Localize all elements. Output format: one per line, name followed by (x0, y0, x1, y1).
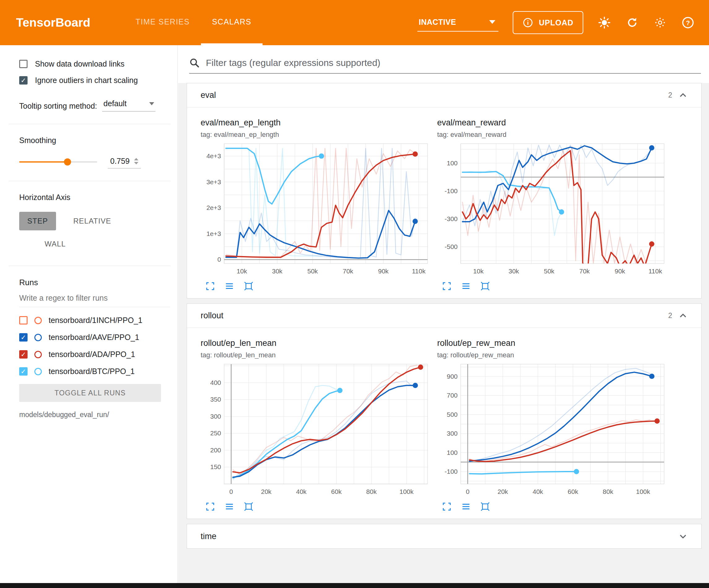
fit-data-icon[interactable] (243, 281, 254, 291)
chart-card-eval-mean-reward: eval/mean_reward tag: eval/mean_reward 1… (437, 118, 669, 291)
svg-text:80k: 80k (366, 488, 377, 495)
help-icon[interactable]: ? (681, 16, 695, 29)
fit-data-icon[interactable] (480, 281, 491, 291)
ignore-outliers-row[interactable]: ✓ Ignore outliers in chart scaling (19, 76, 170, 85)
filter-tags-placeholder: Filter tags (regular expressions support… (206, 58, 380, 68)
svg-text:350: 350 (210, 396, 221, 403)
fullscreen-icon[interactable] (442, 501, 452, 512)
svg-text:10k: 10k (237, 267, 247, 275)
chart-title: eval/mean_reward (437, 118, 669, 128)
svg-text:-100: -100 (445, 468, 457, 475)
upload-button[interactable]: UPLOAD (513, 11, 583, 34)
smoothing-slider[interactable] (19, 161, 97, 162)
divider (9, 124, 170, 124)
chart-title: eval/mean_ep_length (201, 118, 432, 128)
slider-thumb[interactable] (64, 158, 71, 165)
brightness-icon[interactable] (598, 16, 611, 29)
run-label: tensorboard/1INCH/PPO_1 (49, 316, 142, 325)
filter-tags-input[interactable]: Filter tags (regular expressions support… (189, 58, 701, 74)
tooltip-sorting-select[interactable]: default (102, 97, 155, 111)
app-header: TensorBoard TIME SERIES SCALARS INACTIVE… (0, 0, 709, 45)
show-download-links-row[interactable]: Show data download links (19, 59, 170, 69)
svg-text:50k: 50k (544, 267, 554, 275)
toggle-all-runs-button[interactable]: TOGGLE ALL RUNS (19, 384, 161, 402)
tab-scalars[interactable]: SCALARS (201, 0, 263, 45)
fullscreen-icon[interactable] (205, 501, 215, 512)
axis-button-wall[interactable]: WALL (36, 235, 74, 253)
refresh-icon[interactable] (625, 16, 639, 29)
svg-text:2e+3: 2e+3 (207, 204, 221, 211)
svg-text:200: 200 (210, 446, 221, 454)
show-download-links-checkbox[interactable] (19, 60, 28, 68)
ignore-outliers-checkbox[interactable]: ✓ (19, 76, 28, 84)
settings-gear-icon[interactable] (653, 16, 667, 29)
tab-time-series[interactable]: TIME SERIES (125, 0, 201, 45)
data-table-icon[interactable] (461, 501, 471, 512)
run-checkbox[interactable]: ✓ (19, 367, 28, 376)
tooltip-sorting-value: default (103, 99, 127, 108)
fit-data-icon[interactable] (243, 501, 254, 512)
svg-text:90k: 90k (378, 267, 389, 275)
run-checkbox[interactable]: ✓ (19, 350, 28, 359)
upload-label: UPLOAD (539, 18, 573, 27)
svg-text:700: 700 (447, 392, 457, 399)
section-name: eval (201, 91, 216, 100)
fullscreen-icon[interactable] (205, 281, 215, 291)
run-color-circle (34, 351, 42, 358)
fullscreen-icon[interactable] (442, 281, 452, 291)
svg-text:1e+3: 1e+3 (207, 230, 221, 237)
run-row-1inch[interactable]: tensorboard/1INCH/PPO_1 (19, 316, 170, 325)
run-checkbox[interactable]: ✓ (19, 333, 28, 341)
svg-text:50k: 50k (308, 267, 318, 275)
chevron-down-icon[interactable] (678, 532, 688, 541)
smoothing-label: Smoothing (19, 136, 170, 145)
svg-text:100: 100 (447, 449, 457, 456)
run-row-btc[interactable]: ✓ tensorboard/BTC/PPO_1 (19, 367, 170, 376)
chart-title: rollout/ep_rew_mean (437, 338, 669, 348)
line-chart[interactable]: 020k40k60k80k100k150200250300350400 (201, 360, 432, 500)
chevron-down-icon (149, 102, 154, 105)
section-header-time[interactable]: time (187, 524, 701, 548)
horizontal-axis-label: Horizontal Axis (19, 193, 170, 202)
data-table-icon[interactable] (224, 501, 235, 512)
runs-filter-input[interactable]: Write a regex to filter runs (19, 287, 170, 307)
run-checkbox[interactable] (19, 316, 28, 325)
fit-data-icon[interactable] (480, 501, 491, 512)
svg-text:20k: 20k (498, 488, 508, 495)
svg-text:40k: 40k (296, 488, 307, 495)
svg-text:0: 0 (217, 256, 221, 263)
chart-tag: tag: eval/mean_ep_length (201, 131, 432, 139)
chevron-up-icon[interactable] (678, 91, 688, 100)
smoothing-value-input[interactable]: 0.759 (108, 155, 141, 169)
svg-text:-100: -100 (445, 187, 457, 195)
divider (9, 266, 170, 266)
chevron-up-icon[interactable] (678, 311, 688, 321)
svg-text:400: 400 (210, 379, 221, 386)
run-row-aave[interactable]: ✓ tensorboard/AAVE/PPO_1 (19, 333, 170, 342)
section-name: time (201, 532, 216, 541)
svg-text:500: 500 (447, 411, 457, 418)
section-card-rollout: rollout 2 rollout/ep_len_mean tag: rollo… (187, 303, 702, 519)
smoothing-value: 0.759 (110, 157, 130, 165)
section-card-eval: eval 2 eval/mean_ep_length tag: eval/mea… (187, 83, 702, 299)
axis-button-relative[interactable]: RELATIVE (65, 212, 119, 230)
chart-card-eval-mean-ep-length: eval/mean_ep_length tag: eval/mean_ep_le… (201, 118, 432, 291)
svg-text:150: 150 (210, 463, 221, 470)
section-header-eval[interactable]: eval 2 (187, 83, 701, 107)
axis-button-step[interactable]: STEP (19, 212, 56, 230)
data-table-icon[interactable] (224, 281, 235, 291)
stepper-icon[interactable] (134, 158, 138, 164)
data-table-icon[interactable] (461, 281, 471, 291)
status-dropdown[interactable]: INACTIVE (417, 14, 498, 32)
svg-text:300: 300 (447, 430, 457, 437)
section-header-rollout[interactable]: rollout 2 (187, 304, 701, 328)
line-chart[interactable]: 10k30k50k70k90k110k100-100-300-500 (437, 140, 669, 279)
tab-bar: TIME SERIES SCALARS (125, 0, 263, 45)
svg-text:300: 300 (210, 413, 221, 420)
line-chart[interactable]: 020k40k60k80k100k-100100300500700900 (437, 360, 669, 500)
svg-text:70k: 70k (579, 267, 590, 275)
line-chart[interactable]: 10k30k50k70k90k110k01e+32e+33e+34e+3 (201, 140, 432, 279)
svg-text:40k: 40k (532, 488, 543, 495)
run-color-circle (34, 334, 42, 341)
run-row-ada[interactable]: ✓ tensorboard/ADA/PPO_1 (19, 350, 170, 359)
